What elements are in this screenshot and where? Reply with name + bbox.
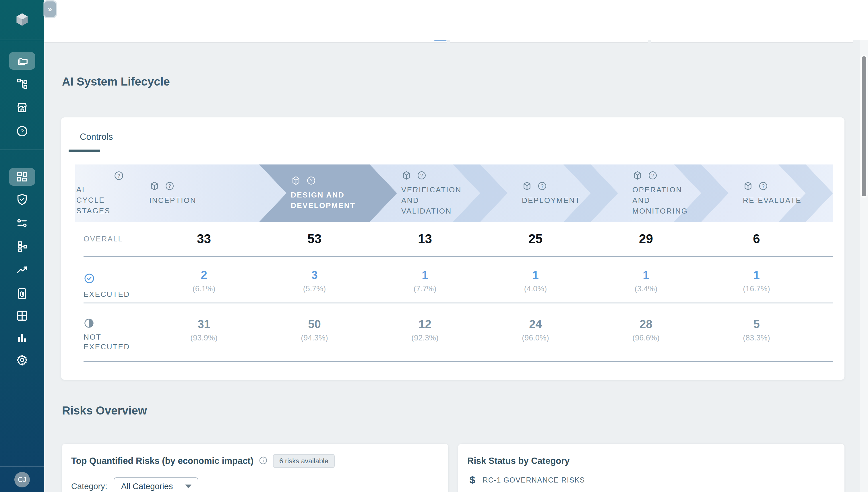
executed-pct: (6.1%) [149, 283, 259, 295]
sidebar-divider [0, 40, 44, 40]
not-executed-pct: (92.3%) [370, 332, 480, 344]
avatar-initials: CJ [18, 476, 26, 484]
sidebar-item-projects[interactable] [9, 52, 35, 70]
executed-pct: (3.4%) [591, 283, 701, 295]
not-executed-value: 24 [480, 317, 591, 331]
cube-icon [401, 170, 412, 182]
cube-icon [522, 181, 532, 192]
scrolled-card-bottom [44, 40, 447, 43]
help-icon[interactable]: ? [417, 171, 426, 181]
shield-check-icon [16, 193, 29, 206]
stage-label: RE-EVALUATE [743, 195, 801, 206]
not-executed-pct: (96.6%) [591, 332, 701, 344]
executed-pct: (16.7%) [701, 283, 812, 295]
not-executed-value: 50 [259, 317, 370, 331]
svg-text:?: ? [762, 183, 764, 189]
sidebar-item-workflow[interactable] [9, 75, 35, 93]
svg-text:?: ? [20, 128, 24, 134]
stage-column-header: ? AI CYCLE STAGES [75, 165, 149, 222]
bar-chart-icon [16, 331, 29, 344]
stage-label: DEPLOYMENT [522, 195, 580, 206]
chevron-down-icon [185, 485, 192, 488]
scrollbar-thumb[interactable] [862, 56, 866, 196]
table-grid-icon [16, 309, 29, 322]
svg-text:?: ? [541, 183, 543, 189]
table-row-overall: OVERALL 33 53 13 25 29 6 [75, 230, 833, 247]
row-divider [83, 256, 833, 257]
help-icon[interactable]: ? [758, 181, 768, 192]
executed-value: 2 [149, 268, 259, 282]
overall-value: 13 [370, 232, 480, 246]
sidebar-item-settings[interactable] [9, 351, 35, 369]
scrollbar-track[interactable] [860, 40, 868, 492]
category-label: Category: [71, 482, 107, 491]
help-icon[interactable]: ? [537, 181, 547, 192]
sidebar-item-marketplace[interactable] [9, 99, 35, 117]
sidebar-item-dashboard[interactable] [9, 168, 35, 186]
executed-value: 3 [259, 268, 370, 282]
sidebar-item-documents[interactable] [9, 285, 35, 302]
stage-label: DESIGN AND DEVELOPMENT [291, 190, 355, 211]
stage-label: VERIFICATION AND VALIDATION [401, 184, 462, 217]
not-executed-pct: (83.3%) [701, 332, 812, 344]
sidebar-divider [0, 150, 44, 150]
tab-controls[interactable]: Controls [80, 132, 113, 142]
sidebar-item-reports[interactable] [9, 329, 35, 347]
gear-icon [16, 353, 29, 367]
svg-text:?: ? [117, 173, 120, 178]
document-paperclip-icon [16, 287, 29, 300]
not-executed-pct: (96.0%) [480, 332, 591, 344]
category-select[interactable]: All Categories [114, 477, 198, 492]
sidebar-item-pipeline[interactable] [9, 238, 35, 255]
sidebar-collapse-button[interactable]: » [44, 1, 56, 17]
sidebar-item-data-table[interactable] [9, 307, 35, 325]
flow-tree-icon [16, 240, 29, 253]
stage-design-and-development-active: ? DESIGN AND DEVELOPMENT [259, 165, 370, 222]
sidebar-divider [0, 466, 44, 467]
top-quantified-risks-card: Top Quantified Risks (by economic impact… [62, 444, 448, 492]
executed-value: 1 [591, 268, 701, 282]
stage-label: INCEPTION [149, 195, 196, 206]
category-select-value: All Categories [121, 482, 173, 491]
risk-category-item[interactable]: $ RC-1 GOVERNANCE RISKS [470, 474, 585, 486]
overall-value: 6 [701, 232, 812, 246]
not-executed-value: 5 [701, 317, 812, 331]
help-circle-icon: ? [16, 125, 29, 138]
sidebar-item-compliance[interactable] [9, 191, 35, 208]
card-title: Top Quantified Risks (by economic impact… [71, 456, 253, 466]
svg-text:?: ? [651, 173, 654, 178]
not-executed-pct: (93.9%) [149, 332, 259, 344]
help-icon[interactable]: ? [306, 176, 316, 187]
table-row-executed: EXECUTED 2(6.1%) 3(5.7%) 1(7.7%) 1(4.0%)… [75, 262, 833, 299]
chevrons-right-icon: » [48, 5, 52, 14]
sidebar: ? [0, 0, 44, 492]
row-label-executed: EXECUTED [83, 289, 149, 299]
overall-value: 53 [259, 232, 370, 246]
executed-value: 1 [701, 268, 812, 282]
sidebar-item-help[interactable]: ? [9, 122, 35, 140]
help-icon[interactable]: ? [114, 171, 149, 182]
dashboard-icon [16, 170, 29, 183]
cube-icon [291, 175, 301, 187]
sidebar-item-parameters[interactable] [9, 214, 35, 232]
sidebar-item-performance[interactable] [9, 261, 35, 279]
contrast-circle-icon [83, 318, 149, 330]
avatar[interactable]: CJ [14, 472, 30, 487]
overall-value: 33 [149, 232, 259, 246]
risks-available-badge: 6 risks available [273, 454, 335, 468]
not-executed-value: 31 [149, 317, 259, 331]
row-label-overall: OVERALL [83, 235, 123, 243]
executed-value: 1 [480, 268, 591, 282]
lifecycle-card: Controls ? AI CYCLE STAGES [61, 117, 844, 380]
help-icon[interactable]: ? [165, 181, 175, 192]
storefront-icon [16, 101, 29, 114]
table-row-not-executed: NOT EXECUTED 31(93.9%) 50(94.3%) 12(92.3… [75, 315, 833, 352]
row-label-not-executed: NOT EXECUTED [83, 332, 149, 352]
overall-value: 25 [480, 232, 591, 246]
info-icon[interactable] [258, 456, 268, 466]
executed-pct: (5.7%) [259, 283, 370, 295]
cube-icon [149, 181, 159, 192]
dollar-icon: $ [470, 474, 475, 486]
help-icon[interactable]: ? [648, 171, 658, 181]
header [44, 0, 868, 40]
